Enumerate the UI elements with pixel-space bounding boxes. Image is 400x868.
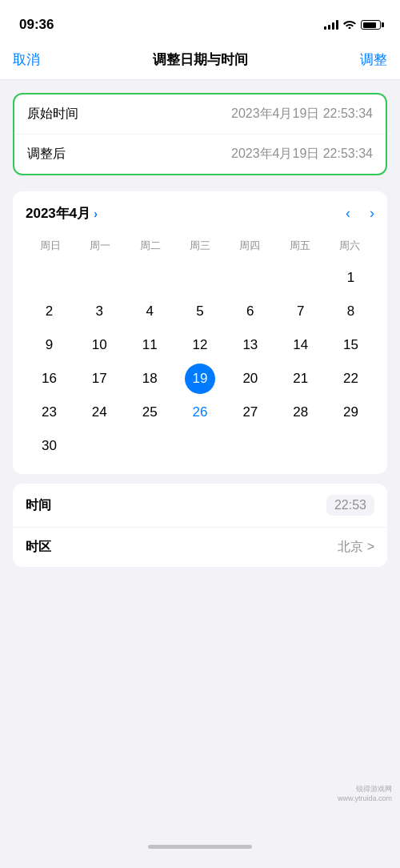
day-18[interactable]: 18 bbox=[126, 364, 174, 394]
day-empty bbox=[277, 431, 324, 461]
day-5[interactable]: 5 bbox=[177, 296, 224, 327]
day-4[interactable]: 4 bbox=[126, 296, 174, 327]
week-3: 9 10 11 12 13 14 15 bbox=[26, 330, 374, 360]
nav-bar: 取消 调整日期与时间 调整 bbox=[0, 40, 400, 80]
adjusted-time-value: 2023年4月19日 22:53:34 bbox=[231, 146, 373, 163]
day-empty bbox=[26, 263, 73, 293]
day-1[interactable]: 1 bbox=[327, 263, 374, 293]
day-21[interactable]: 21 bbox=[277, 364, 324, 394]
status-bar: 09:36 bbox=[0, 0, 400, 40]
calendar-month: 2023年4月 › bbox=[26, 204, 98, 223]
day-8[interactable]: 8 bbox=[327, 296, 374, 327]
status-time: 09:36 bbox=[19, 17, 54, 33]
next-month-button[interactable]: › bbox=[370, 205, 374, 222]
calendar-header: 2023年4月 › ‹ › bbox=[26, 204, 374, 223]
week-4: 16 17 18 19 20 21 22 bbox=[26, 364, 374, 394]
weekday-fri: 周五 bbox=[274, 235, 324, 256]
phone-screen: 09:36 取消 调整日期与时间 调整 bbox=[0, 0, 400, 868]
day-13[interactable]: 13 bbox=[226, 330, 274, 360]
main-content: 原始时间 2023年4月19日 22:53:34 调整后 2023年4月19日 … bbox=[0, 80, 400, 804]
time-label: 时间 bbox=[26, 497, 51, 514]
day-10[interactable]: 10 bbox=[76, 330, 123, 360]
original-time-label: 原始时间 bbox=[27, 106, 78, 123]
page-title: 调整日期与时间 bbox=[153, 50, 248, 69]
adjusted-time-row: 调整后 2023年4月19日 22:53:34 bbox=[14, 135, 386, 174]
day-16[interactable]: 16 bbox=[26, 364, 73, 394]
day-7[interactable]: 7 bbox=[277, 296, 324, 327]
weekday-sun: 周日 bbox=[26, 235, 75, 256]
day-17[interactable]: 17 bbox=[76, 364, 123, 394]
timezone-row: 时区 北京 > bbox=[13, 528, 387, 567]
watermark: 锐得游戏网 www.ytruida.com bbox=[338, 784, 392, 804]
day-empty bbox=[226, 431, 274, 461]
day-28[interactable]: 28 bbox=[277, 397, 324, 428]
day-15[interactable]: 15 bbox=[327, 330, 374, 360]
day-empty bbox=[76, 263, 123, 293]
week-5: 23 24 25 26 27 28 29 bbox=[26, 397, 374, 428]
day-empty bbox=[177, 263, 224, 293]
day-empty bbox=[126, 431, 174, 461]
day-30[interactable]: 30 bbox=[26, 431, 73, 461]
day-20[interactable]: 20 bbox=[226, 364, 274, 394]
day-empty bbox=[126, 263, 174, 293]
week-1: 1 bbox=[26, 263, 374, 293]
timezone-value[interactable]: 北京 > bbox=[338, 539, 374, 556]
watermark-line2: www.ytruida.com bbox=[338, 794, 392, 804]
day-empty bbox=[226, 263, 274, 293]
original-time-value: 2023年4月19日 22:53:34 bbox=[231, 106, 373, 123]
day-2[interactable]: 2 bbox=[26, 296, 73, 327]
timezone-label: 时区 bbox=[26, 539, 51, 556]
cancel-button[interactable]: 取消 bbox=[13, 50, 40, 69]
day-22[interactable]: 22 bbox=[327, 364, 374, 394]
day-25[interactable]: 25 bbox=[126, 397, 174, 428]
day-empty bbox=[177, 431, 224, 461]
time-value[interactable]: 22:53 bbox=[326, 495, 374, 516]
confirm-button[interactable]: 调整 bbox=[360, 50, 387, 69]
weekday-sat: 周六 bbox=[325, 235, 374, 256]
weekday-thu: 周四 bbox=[225, 235, 274, 256]
day-23[interactable]: 23 bbox=[26, 397, 73, 428]
day-14[interactable]: 14 bbox=[277, 330, 324, 360]
day-empty bbox=[76, 431, 123, 461]
day-24[interactable]: 24 bbox=[76, 397, 123, 428]
month-chevron-icon[interactable]: › bbox=[94, 207, 98, 220]
watermark-line1: 锐得游戏网 bbox=[338, 784, 392, 794]
weekday-wed: 周三 bbox=[175, 235, 225, 256]
day-27[interactable]: 27 bbox=[226, 397, 274, 428]
status-icons bbox=[324, 18, 381, 31]
battery-icon bbox=[361, 20, 381, 30]
week-6: 30 bbox=[26, 431, 374, 461]
adjusted-time-label: 调整后 bbox=[27, 146, 66, 163]
day-19-today[interactable]: 19 bbox=[185, 364, 215, 394]
day-6[interactable]: 6 bbox=[226, 296, 274, 327]
weekday-mon: 周一 bbox=[75, 235, 125, 256]
settings-section: 时间 22:53 时区 北京 > bbox=[13, 484, 387, 567]
day-empty bbox=[277, 263, 324, 293]
info-card: 原始时间 2023年4月19日 22:53:34 调整后 2023年4月19日 … bbox=[13, 93, 387, 175]
day-3[interactable]: 3 bbox=[76, 296, 123, 327]
day-26-highlighted[interactable]: 26 bbox=[177, 397, 224, 428]
original-time-row: 原始时间 2023年4月19日 22:53:34 bbox=[14, 94, 386, 135]
day-11[interactable]: 11 bbox=[126, 330, 174, 360]
time-row: 时间 22:53 bbox=[13, 484, 387, 528]
calendar-navigation: ‹ › bbox=[346, 205, 374, 222]
day-9[interactable]: 9 bbox=[26, 330, 73, 360]
calendar-section: 2023年4月 › ‹ › 周日 周一 周二 周三 周四 周五 周六 bbox=[13, 191, 387, 474]
weekday-header: 周日 周一 周二 周三 周四 周五 周六 bbox=[26, 235, 374, 256]
day-29[interactable]: 29 bbox=[327, 397, 374, 428]
prev-month-button[interactable]: ‹ bbox=[346, 205, 350, 222]
day-12[interactable]: 12 bbox=[177, 330, 224, 360]
week-2: 2 3 4 5 6 7 8 bbox=[26, 296, 374, 327]
day-empty bbox=[327, 431, 374, 461]
signal-icon bbox=[324, 20, 338, 30]
month-title-text: 2023年4月 bbox=[26, 204, 90, 223]
home-indicator-area bbox=[0, 804, 400, 868]
wifi-icon bbox=[343, 18, 356, 31]
weekday-tue: 周二 bbox=[126, 235, 175, 256]
home-indicator bbox=[148, 845, 252, 849]
